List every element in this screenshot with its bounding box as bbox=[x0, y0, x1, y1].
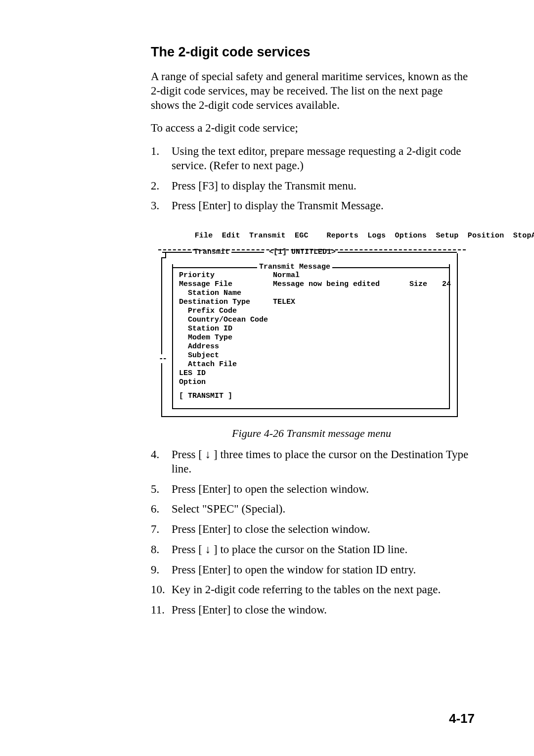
section-heading: The 2-digit code services bbox=[151, 45, 472, 60]
panel-side-notch: -- bbox=[158, 354, 167, 363]
step-number: 4. bbox=[151, 448, 159, 462]
steps-before-figure: 1.Using the text editor, prepare message… bbox=[151, 144, 472, 213]
subfield-modemtype: Modem Type bbox=[179, 333, 273, 342]
subfield-prefixcode: Prefix Code bbox=[179, 307, 273, 316]
step-text: Press [ ↓ ] to place the cursor on the S… bbox=[172, 543, 407, 556]
step-text: Press [Enter] to close the window. bbox=[172, 604, 327, 616]
step-text: Press [F3] to display the Transmit menu. bbox=[172, 180, 356, 192]
step-text: Press [Enter] to close the selection win… bbox=[172, 523, 370, 535]
step-text: Press [ ↓ ] three times to place the cur… bbox=[172, 448, 468, 475]
intro-paragraph-2: To access a 2-digit code service; bbox=[151, 121, 472, 136]
field-label-size: Size bbox=[385, 280, 432, 289]
subfield-address: Address bbox=[179, 342, 273, 351]
field-label-option: Option bbox=[179, 378, 273, 387]
figure-caption: Figure 4-26 Transmit message menu bbox=[151, 427, 472, 440]
step-text: Key in 2-digit code referring to the tab… bbox=[172, 583, 441, 596]
transmit-menu-figure: File Edit Transmit EGC Reports Logs Opti… bbox=[151, 220, 472, 440]
field-label-destinationtype: Destination Type bbox=[179, 298, 273, 307]
steps-after-figure: 4.Press [ ↓ ] three times to place the c… bbox=[151, 448, 472, 617]
step-number: 6. bbox=[151, 502, 159, 517]
subfield-countryocean: Country/Ocean Code bbox=[179, 316, 273, 325]
field-value-messagefile: Message now being edited bbox=[273, 280, 385, 289]
inner-panel-title: Transmit Message bbox=[257, 263, 332, 271]
field-value-size: 24 bbox=[432, 280, 456, 289]
transmit-button[interactable]: [ TRANSMIT ] bbox=[179, 392, 443, 400]
step-text: Press [Enter] to open the selection wind… bbox=[172, 483, 369, 495]
transmit-message-panel: Transmit Message Priority Normal Message bbox=[172, 264, 450, 409]
step-number: 1. bbox=[151, 144, 159, 159]
panel-corner-decoration bbox=[161, 252, 166, 258]
field-value-destinationtype: TELEX bbox=[273, 298, 385, 307]
step-number: 7. bbox=[151, 522, 159, 537]
subfield-subject: Subject bbox=[179, 351, 273, 360]
step-text: Press [Enter] to display the Transmit Me… bbox=[172, 199, 384, 212]
step-text: Press [Enter] to open the window for sta… bbox=[172, 564, 416, 576]
step-text: Select "SPEC" (Special). bbox=[172, 503, 285, 515]
subfield-attachfile: Attach File bbox=[179, 360, 273, 369]
subfield-stationid: Station ID bbox=[179, 325, 273, 333]
step-number: 11. bbox=[151, 603, 165, 617]
intro-paragraph-1: A range of special safety and general ma… bbox=[151, 70, 472, 112]
step-number: 5. bbox=[151, 482, 159, 497]
field-value-priority: Normal bbox=[273, 271, 385, 280]
field-label-messagefile: Message File bbox=[179, 280, 273, 289]
step-number: 2. bbox=[151, 179, 159, 193]
step-text: Using the text editor, prepare message r… bbox=[172, 145, 461, 172]
step-number: 9. bbox=[151, 563, 159, 577]
page-number: 4-17 bbox=[449, 711, 475, 726]
terminal-menubar: File Edit Transmit EGC Reports Logs Opti… bbox=[158, 223, 466, 248]
step-number: 8. bbox=[151, 543, 159, 557]
transmit-panel: -- Transmit <[1] UNTITLED1> Transmit Mes… bbox=[161, 253, 458, 417]
panel-title-transmit: Transmit bbox=[192, 248, 231, 256]
step-number: 10. bbox=[151, 583, 165, 597]
form-fields: Priority Normal Message File Message now… bbox=[179, 271, 443, 400]
panel-title-filename: <[1] UNTITLED1> bbox=[267, 248, 338, 256]
field-label-priority: Priority bbox=[179, 271, 273, 280]
field-label-stationname: Station Name bbox=[179, 289, 273, 298]
step-number: 3. bbox=[151, 199, 159, 213]
field-label-lesid: LES ID bbox=[179, 369, 273, 378]
